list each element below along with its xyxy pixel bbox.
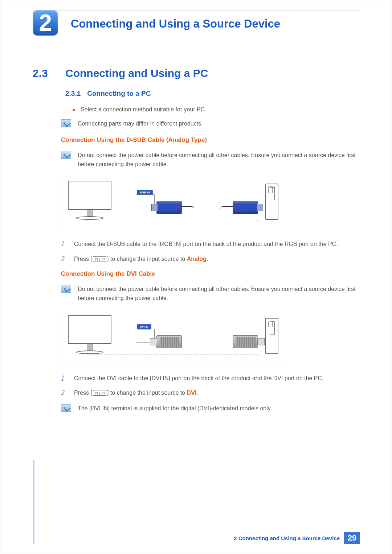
step-row: 1 Connect the D-SUB cable to the [RGB IN… [61, 240, 360, 249]
step2-target: Analog [187, 256, 207, 262]
step2-end: . [196, 390, 198, 396]
step-row: 2 Press [◻ / ⏎] to change the input sour… [61, 255, 360, 264]
section-title: Connecting and Using a PC [65, 67, 208, 79]
page-header: 2 Connecting and Using a Source Device [0, 0, 392, 38]
step2-end: . [207, 256, 208, 262]
subsection-title: Connecting to a PC [87, 90, 151, 98]
dsub-diagram: RGB IN [61, 177, 285, 231]
subsection-heading: 2.3.1 Connecting to a PC [65, 90, 360, 98]
side-strip [33, 460, 34, 544]
step-number: 2 [61, 389, 68, 397]
note-icon [61, 404, 71, 412]
note-row: Connecting parts may differ in different… [61, 119, 356, 128]
section-number: 2.3 [33, 67, 57, 79]
section-heading: 2.3 Connecting and Using a PC [33, 67, 360, 79]
step-text: Connect the D-SUB cable to the [RGB IN] … [74, 240, 338, 249]
step-number: 1 [61, 240, 68, 248]
monitor-illustration [68, 181, 111, 226]
step2-mid: ] to change the input source to [107, 390, 187, 396]
pc-tower-illustration [265, 318, 278, 354]
bullet-text: Select a connection method suitable for … [81, 106, 207, 113]
dsub-warning-text: Do not connect the power cable before co… [78, 151, 356, 169]
subsection-number: 2.3.1 [65, 90, 81, 98]
bullet-dot-icon [73, 109, 75, 111]
footer-chapter-text: 2 Connecting and Using a Source Device [234, 535, 340, 541]
step2-mid: ] to change the input source to [107, 256, 187, 262]
pc-tower-illustration [265, 184, 278, 220]
dsub-steps: 1 Connect the D-SUB cable to the [RGB IN… [61, 240, 360, 264]
note-icon [61, 285, 71, 293]
note-text: Connecting parts may differ in different… [78, 119, 203, 128]
cable-line [84, 220, 260, 231]
step2-target: DVI [187, 390, 197, 396]
dsub-warning-row: Do not connect the power cable before co… [61, 151, 356, 169]
dvi-connector-left [156, 335, 196, 355]
dvi-connector-right [218, 335, 258, 355]
page-footer: 2 Connecting and Using a Source Device 2… [33, 532, 360, 544]
dvi-diagram: DVI IN [61, 311, 285, 365]
step-number: 2 [61, 255, 68, 263]
dsub-connector-right [218, 201, 258, 221]
note-icon [61, 151, 71, 159]
footer-page-number: 29 [344, 532, 360, 544]
step2-prefix: Press [ [74, 390, 92, 396]
step2-prefix: Press [ [74, 256, 92, 262]
step-text: Press [◻ / ⏎] to change the input source… [74, 389, 198, 398]
dvi-steps: 1 Connect the DVI cable to the [DVI IN] … [61, 374, 360, 398]
step-row: 2 Press [◻ / ⏎] to change the input sour… [61, 389, 360, 398]
page-content: 2.3 Connecting and Using a PC 2.3.1 Conn… [33, 67, 360, 421]
monitor-illustration [68, 315, 111, 360]
cable-line [84, 354, 260, 365]
dsub-heading: Connection Using the D-SUB Cable (Analog… [61, 136, 360, 144]
step-text: Connect the DVI cable to the [DVI IN] po… [74, 374, 324, 383]
dvi-warning-row: Do not connect the power cable before co… [61, 285, 356, 303]
source-button-icon: ◻ / ⏎ [93, 256, 106, 262]
dvi-heading: Connection Using the DVI Cable [61, 270, 360, 278]
dvi-note-text: The [DVI IN] terminal is supplied for th… [78, 404, 272, 413]
dvi-warning-text: Do not connect the power cable before co… [78, 285, 356, 303]
note-icon [61, 119, 71, 127]
step-text: Press [◻ / ⏎] to change the input source… [74, 255, 208, 264]
dvi-note-row: The [DVI IN] terminal is supplied for th… [61, 404, 356, 413]
step-row: 1 Connect the DVI cable to the [DVI IN] … [61, 374, 360, 383]
dsub-connector-left [156, 201, 196, 221]
header-divider [33, 10, 360, 11]
bullet-item: Select a connection method suitable for … [73, 106, 360, 113]
source-button-icon: ◻ / ⏎ [93, 390, 106, 396]
chapter-title: Connecting and Using a Source Device [71, 17, 280, 30]
step-number: 1 [61, 374, 68, 382]
chapter-number-badge: 2 [33, 10, 58, 36]
